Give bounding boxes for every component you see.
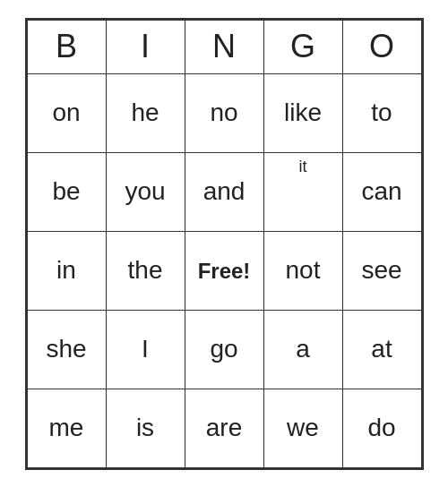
header-o: O <box>342 20 421 73</box>
cell-r2c2: you <box>106 152 185 231</box>
table-row: in the Free! not see <box>27 231 421 310</box>
table-row: me is are we do <box>27 389 421 467</box>
table-row: be you and it can <box>27 152 421 231</box>
cell-r3c4: not <box>263 231 342 310</box>
cell-r2c4: it <box>263 152 342 231</box>
cell-r3c1: in <box>27 231 106 310</box>
cell-r4c1: she <box>27 310 106 389</box>
header-n: N <box>185 20 263 73</box>
header-row: B I N G O <box>27 20 421 73</box>
cell-r3c2: the <box>106 231 185 310</box>
cell-r5c4: we <box>263 389 342 467</box>
cell-r3c3-free: Free! <box>185 231 263 310</box>
header-i: I <box>106 20 185 73</box>
cell-r1c4: like <box>263 73 342 152</box>
cell-r1c3: no <box>185 73 263 152</box>
bingo-table: B I N G O on he no like to be you and <box>27 20 422 468</box>
cell-r4c5: at <box>342 310 421 389</box>
cell-r1c2: he <box>106 73 185 152</box>
table-row: she I go a at <box>27 310 421 389</box>
cell-r4c2: I <box>106 310 185 389</box>
cell-r5c3: are <box>185 389 263 467</box>
cell-r1c5: to <box>342 73 421 152</box>
cell-r3c5: see <box>342 231 421 310</box>
cell-r5c2: is <box>106 389 185 467</box>
cell-r2c3: and <box>185 152 263 231</box>
header-g: G <box>263 20 342 73</box>
cell-r2c5: can <box>342 152 421 231</box>
cell-r2c1: be <box>27 152 106 231</box>
cell-r1c1: on <box>27 73 106 152</box>
header-b: B <box>27 20 106 73</box>
bingo-card: B I N G O on he no like to be you and <box>25 18 424 470</box>
cell-r4c3: go <box>185 310 263 389</box>
cell-r5c5: do <box>342 389 421 467</box>
cell-r5c1: me <box>27 389 106 467</box>
cell-r4c4: a <box>263 310 342 389</box>
table-row: on he no like to <box>27 73 421 152</box>
